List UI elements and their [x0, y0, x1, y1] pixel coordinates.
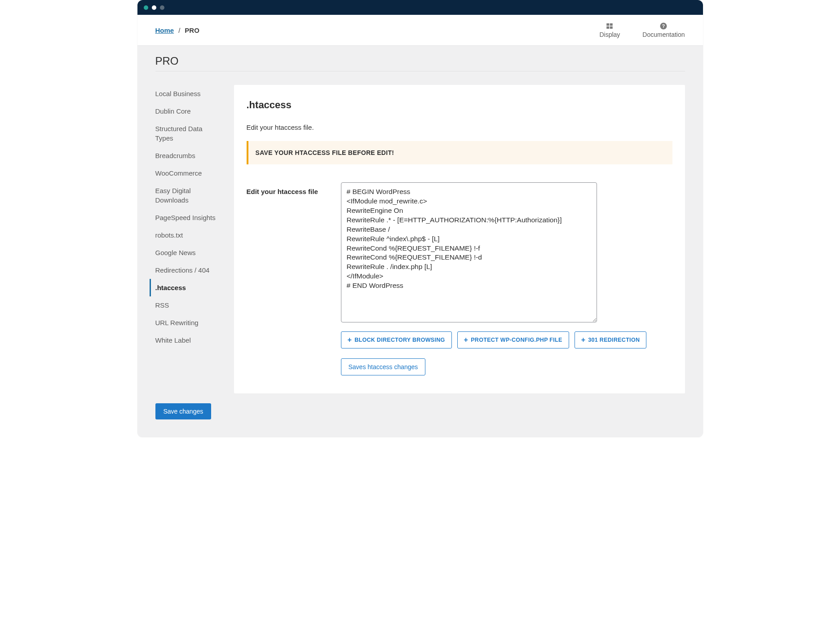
toplink-display[interactable]: Display — [599, 22, 620, 38]
save-htaccess-button[interactable]: Saves htaccess changes — [341, 358, 426, 375]
breadcrumb-separator: / — [178, 26, 180, 34]
svg-rect-1 — [610, 23, 613, 26]
svg-rect-0 — [607, 23, 610, 26]
plus-icon: + — [581, 336, 586, 344]
sidebar-item-breadcrumbs[interactable]: Breadcrumbs — [155, 147, 218, 164]
sidebar-item-woocommerce[interactable]: WooCommerce — [155, 164, 218, 182]
panel-alert: SAVE YOUR HTACCESS FILE BEFORE EDIT! — [247, 141, 672, 164]
sidebar: Local Business Dublin Core Structured Da… — [155, 85, 218, 349]
plus-icon: + — [464, 336, 469, 344]
breadcrumb-current: PRO — [185, 26, 199, 34]
block-directory-browsing-button[interactable]: + BLOCK DIRECTORY BROWSING — [341, 331, 452, 348]
block-directory-browsing-label: BLOCK DIRECTORY BROWSING — [354, 337, 445, 343]
panel-heading: .htaccess — [247, 99, 672, 111]
save-changes-button[interactable]: Save changes — [155, 403, 212, 419]
display-icon — [606, 22, 614, 30]
301-redirection-button[interactable]: + 301 REDIRECTION — [575, 331, 647, 348]
page-title: PRO — [155, 55, 685, 71]
breadcrumb: Home / PRO — [155, 26, 199, 34]
sidebar-item-edd[interactable]: Easy Digital Downloads — [155, 182, 218, 209]
toplink-documentation-label: Documentation — [642, 31, 685, 38]
help-icon: ? — [659, 22, 668, 30]
window-dot-close-icon[interactable] — [144, 5, 148, 10]
sidebar-item-pagespeed[interactable]: PageSpeed Insights — [155, 209, 218, 226]
svg-rect-2 — [607, 26, 610, 29]
plus-icon: + — [348, 336, 352, 344]
sidebar-item-dublin-core[interactable]: Dublin Core — [155, 102, 218, 120]
protect-wp-config-button[interactable]: + PROTECT WP-CONFIG.PHP FILE — [457, 331, 569, 348]
panel-description: Edit your htaccess file. — [247, 123, 672, 131]
sidebar-item-white-label[interactable]: White Label — [155, 331, 218, 349]
toplink-display-label: Display — [599, 31, 620, 38]
svg-rect-3 — [610, 26, 613, 29]
sidebar-item-redirections[interactable]: Redirections / 404 — [155, 261, 218, 279]
toplink-documentation[interactable]: ? Documentation — [642, 22, 685, 38]
sidebar-item-htaccess[interactable]: .htaccess — [150, 279, 218, 296]
sidebar-item-local-business[interactable]: Local Business — [155, 85, 218, 102]
window-dot-minimize-icon[interactable] — [152, 5, 156, 10]
window-dot-maximize-icon[interactable] — [160, 5, 164, 10]
sidebar-item-google-news[interactable]: Google News — [155, 244, 218, 261]
form-label-htaccess: Edit your htaccess file — [247, 182, 332, 195]
sidebar-item-rss[interactable]: RSS — [155, 296, 218, 314]
htaccess-textarea[interactable] — [341, 182, 597, 322]
svg-text:?: ? — [662, 23, 665, 29]
toplinks: Display ? Documentation — [599, 22, 685, 38]
main-panel: .htaccess Edit your htaccess file. SAVE … — [234, 85, 685, 393]
window-titlebar — [137, 0, 703, 15]
sidebar-item-robots[interactable]: robots.txt — [155, 226, 218, 244]
topbar: Home / PRO Display ? Documentation — [137, 15, 703, 46]
sidebar-item-structured-data[interactable]: Structured Data Types — [155, 120, 218, 147]
protect-wp-config-label: PROTECT WP-CONFIG.PHP FILE — [471, 337, 562, 343]
breadcrumb-home-link[interactable]: Home — [155, 26, 174, 34]
301-redirection-label: 301 REDIRECTION — [588, 337, 640, 343]
sidebar-item-url-rewriting[interactable]: URL Rewriting — [155, 314, 218, 331]
